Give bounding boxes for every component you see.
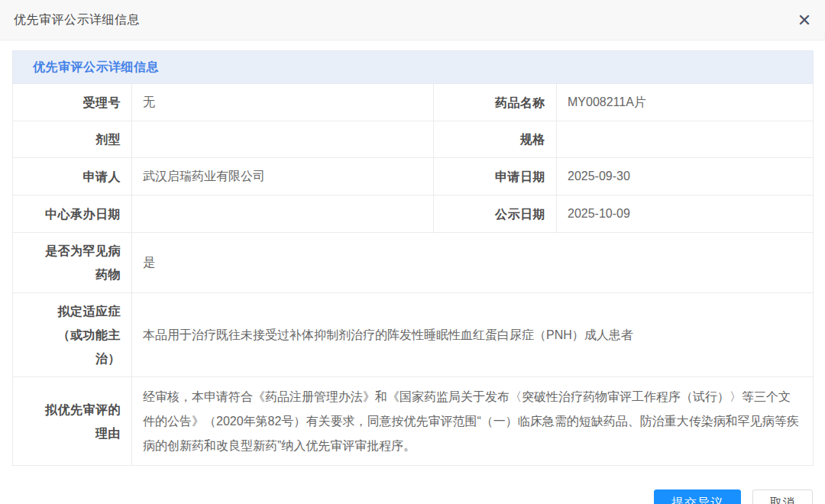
table-section-header: 优先审评公示详细信息: [13, 51, 814, 84]
field-label-publicity-date: 公示日期: [434, 195, 557, 233]
field-value-publicity-date: 2025-10-09: [557, 195, 814, 233]
field-label-applicant: 申请人: [13, 158, 132, 195]
field-value-application-date: 2025-09-30: [557, 158, 814, 195]
dialog-titlebar: 优先审评公示详细信息: [0, 0, 825, 40]
submit-objection-button[interactable]: 提交异议: [654, 489, 741, 504]
field-value-dosage-form: [132, 121, 434, 158]
field-label-rare-disease-drug: 是否为罕见病药物: [13, 233, 132, 293]
field-value-priority-review-reason: 经审核，本申请符合《药品注册管理办法》和《国家药监局关于发布〈突破性治疗药物审评…: [132, 377, 814, 466]
field-value-proposed-indication: 本品用于治疗既往未接受过补体抑制剂治疗的阵发性睡眠性血红蛋白尿症（PNH）成人患…: [132, 293, 814, 377]
field-value-acceptance-no: 无: [132, 84, 434, 121]
table-row: 申请人 武汉启瑞药业有限公司 申请日期 2025-09-30: [13, 158, 814, 195]
field-value-applicant: 武汉启瑞药业有限公司: [132, 158, 434, 195]
field-label-drug-name: 药品名称: [434, 84, 557, 121]
field-label-priority-review-reason: 拟优先审评的理由: [13, 377, 132, 466]
field-value-specification: [557, 121, 814, 158]
table-row: 中心承办日期 公示日期 2025-10-09: [13, 195, 814, 233]
field-value-rare-disease-drug: 是: [132, 233, 814, 293]
close-button[interactable]: ✕: [791, 8, 817, 34]
table-row: 是否为罕见病药物 是: [13, 233, 814, 293]
field-label-center-undertaking-date: 中心承办日期: [13, 195, 132, 233]
dialog-title: 优先审评公示详细信息: [14, 12, 140, 28]
table-row: 剂型 规格: [13, 121, 814, 158]
table-row: 受理号 无 药品名称 MY008211A片: [13, 84, 814, 121]
field-label-dosage-form: 剂型: [13, 121, 132, 158]
table-section-header-row: 优先审评公示详细信息: [13, 51, 814, 84]
cancel-button[interactable]: 取消: [752, 489, 813, 504]
table-row: 拟优先审评的理由 经审核，本申请符合《药品注册管理办法》和《国家药监局关于发布〈…: [13, 377, 814, 466]
field-label-proposed-indication: 拟定适应症（或功能主治）: [13, 293, 132, 377]
field-value-drug-name: MY008211A片: [557, 84, 814, 121]
priority-review-detail-dialog: 优先审评公示详细信息 ✕ 优先审评公示详细信息 受理号 无 药品名称 MY008…: [0, 0, 825, 504]
field-value-center-undertaking-date: [132, 195, 434, 233]
close-icon: ✕: [798, 11, 811, 30]
field-label-specification: 规格: [434, 121, 557, 158]
dialog-footer: 提交异议 取消: [12, 489, 813, 504]
field-label-acceptance-no: 受理号: [13, 84, 132, 121]
table-row: 拟定适应症（或功能主治） 本品用于治疗既往未接受过补体抑制剂治疗的阵发性睡眠性血…: [13, 293, 814, 377]
field-label-application-date: 申请日期: [434, 158, 557, 195]
detail-table: 优先审评公示详细信息 受理号 无 药品名称 MY008211A片 剂型 规格 申…: [12, 50, 814, 466]
